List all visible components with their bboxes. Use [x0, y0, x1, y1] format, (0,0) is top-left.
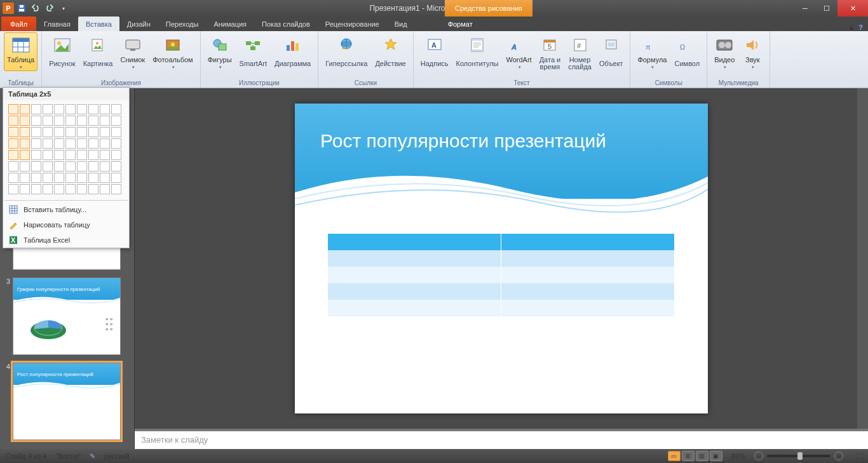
vertical-scrollbar[interactable] — [857, 88, 868, 429]
save-button[interactable] — [15, 2, 28, 15]
headerfooter-button[interactable]: Колонтитулы — [453, 32, 502, 71]
ribbon-minimize-icon[interactable]: ▲ — [848, 23, 855, 31]
app-icon[interactable]: P — [3, 3, 14, 14]
table-grid-cell[interactable] — [54, 184, 64, 194]
table-grid-cell[interactable] — [88, 161, 98, 171]
symbol-button[interactable]: ΩСимвол — [671, 32, 703, 71]
clipart-button[interactable]: Картинка — [80, 32, 116, 71]
zoom-in-button[interactable]: + — [834, 452, 843, 460]
table-grid-cell[interactable] — [54, 104, 64, 114]
table-grid-cell[interactable] — [65, 150, 76, 160]
tab-slideshow[interactable]: Показ слайдов — [254, 17, 318, 31]
equation-button[interactable]: πФормула ▾ — [634, 32, 670, 71]
table-grid-cell[interactable] — [43, 138, 53, 149]
smartart-button[interactable]: SmartArt — [236, 32, 270, 71]
table-grid-cell[interactable] — [65, 138, 76, 149]
table-grid-cell[interactable] — [54, 116, 64, 126]
table-grid-cell[interactable] — [88, 116, 98, 126]
table-grid-cell[interactable] — [31, 161, 41, 171]
tab-format[interactable]: Формат — [440, 17, 480, 31]
table-grid-cell[interactable] — [100, 161, 110, 171]
chart-button[interactable]: Диаграмма — [271, 32, 314, 71]
table-grid-cell[interactable] — [20, 104, 30, 114]
table-grid-cell[interactable] — [43, 127, 53, 137]
slide-title[interactable]: Рост популярности презентаций — [320, 130, 606, 152]
table-grid-cell[interactable] — [8, 184, 18, 194]
table-grid-cell[interactable] — [8, 150, 18, 160]
table-grid-cell[interactable] — [88, 150, 98, 160]
table-grid-cell[interactable] — [43, 184, 53, 194]
table-grid-cell[interactable] — [43, 173, 53, 183]
table-grid-cell[interactable] — [111, 161, 121, 171]
wordart-button[interactable]: AWordArt ▾ — [503, 32, 535, 71]
undo-button[interactable] — [29, 2, 42, 15]
redo-button[interactable] — [43, 2, 56, 15]
table-grid-cell[interactable] — [77, 173, 87, 183]
table-grid-cell[interactable] — [20, 116, 30, 126]
table-grid-cell[interactable] — [65, 104, 76, 114]
datetime-button[interactable]: 5Дата и время — [536, 32, 564, 71]
tab-home[interactable]: Главная — [36, 17, 78, 31]
hyperlink-button[interactable]: Гиперссылка — [322, 32, 370, 71]
table-grid-cell[interactable] — [20, 173, 30, 183]
table-grid-cell[interactable] — [77, 127, 87, 137]
table-grid-cell[interactable] — [54, 150, 64, 160]
table-grid-cell[interactable] — [31, 150, 41, 160]
table-grid-cell[interactable] — [111, 173, 121, 183]
shapes-button[interactable]: Фигуры ▾ — [205, 32, 235, 71]
table-grid-cell[interactable] — [8, 138, 18, 149]
table-grid-cell[interactable] — [111, 116, 121, 126]
table-grid-cell[interactable] — [100, 184, 110, 194]
textbox-button[interactable]: AНадпись — [417, 32, 452, 71]
view-sorter[interactable]: ⊞ — [682, 451, 695, 461]
action-button[interactable]: Действие — [372, 32, 409, 71]
table-grid-cell[interactable] — [8, 104, 18, 114]
tab-view[interactable]: Вид — [387, 17, 415, 31]
table-grid-cell[interactable] — [77, 138, 87, 149]
table-grid-cell[interactable] — [20, 138, 30, 149]
table-grid-cell[interactable] — [31, 116, 41, 126]
excel-table-menuitem[interactable]: X Таблица Excel — [3, 232, 129, 248]
table-grid-cell[interactable] — [31, 104, 41, 114]
slide-thumbnail[interactable]: График популярности презентаций ▫ ▫▫ ▫▫ … — [13, 278, 121, 355]
table-grid-cell[interactable] — [31, 138, 41, 149]
maximize-button[interactable]: ☐ — [816, 0, 837, 17]
table-button[interactable]: Таблица▾ — [4, 32, 37, 71]
table-grid-cell[interactable] — [88, 127, 98, 137]
tab-insert[interactable]: Вставка — [78, 17, 119, 31]
table-grid-cell[interactable] — [88, 184, 98, 194]
table-grid-cell[interactable] — [100, 150, 110, 160]
zoom-level[interactable]: 69% — [731, 452, 745, 460]
table-grid-cell[interactable] — [54, 161, 64, 171]
insert-table-menuitem[interactable]: Вставить таблицу... — [3, 202, 129, 217]
table-grid-cell[interactable] — [31, 184, 41, 194]
slidenumber-button[interactable]: #Номер слайда — [565, 32, 595, 71]
slide-canvas[interactable]: Рост популярности презентаций — [295, 104, 708, 413]
table-grid-cell[interactable] — [111, 150, 121, 160]
close-button[interactable]: ✕ — [837, 0, 868, 17]
table-grid-cell[interactable] — [100, 127, 110, 137]
table-grid-cell[interactable] — [100, 173, 110, 183]
minimize-button[interactable]: ─ — [794, 0, 816, 17]
table-grid-cell[interactable] — [8, 127, 18, 137]
table-grid-cell[interactable] — [100, 104, 110, 114]
table-grid-cell[interactable] — [8, 161, 18, 171]
table-grid-cell[interactable] — [8, 173, 18, 183]
notes-pane[interactable]: Заметки к слайду — [135, 429, 868, 449]
tab-animations[interactable]: Анимация — [206, 17, 254, 31]
screenshot-button[interactable]: Снимок ▾ — [117, 32, 148, 71]
table-grid-cell[interactable] — [65, 116, 76, 126]
qat-customize[interactable]: ▾ — [57, 2, 70, 15]
table-grid-cell[interactable] — [54, 138, 64, 149]
view-normal[interactable]: ▭ — [668, 451, 681, 461]
table-grid-cell[interactable] — [77, 184, 87, 194]
table-grid-cell[interactable] — [65, 161, 76, 171]
table-grid-cell[interactable] — [20, 161, 30, 171]
view-slideshow[interactable]: ▣ — [710, 451, 722, 461]
table-grid-cell[interactable] — [77, 116, 87, 126]
file-tab[interactable]: Файл — [1, 17, 36, 31]
object-button[interactable]: Объект — [596, 32, 626, 71]
draw-table-menuitem[interactable]: Нарисовать таблицу — [3, 217, 129, 232]
view-reading[interactable]: ▤ — [696, 451, 709, 461]
table-grid-cell[interactable] — [54, 127, 64, 137]
